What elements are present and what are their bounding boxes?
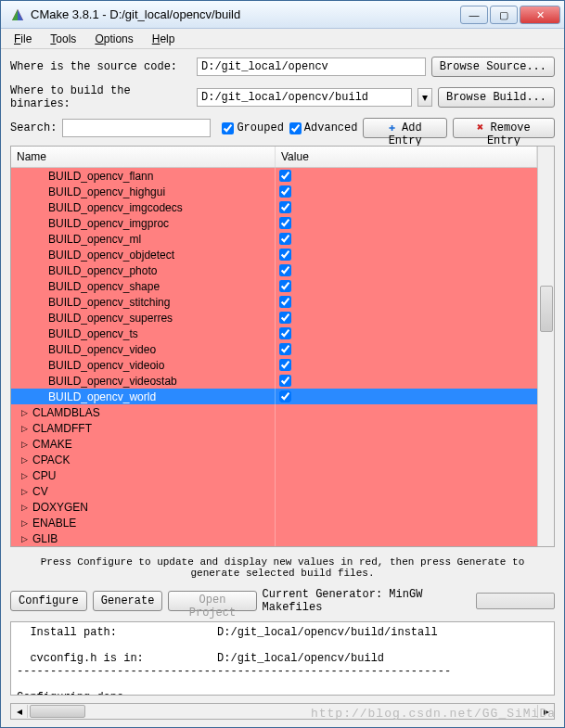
- search-label: Search:: [10, 121, 57, 134]
- table-row[interactable]: BUILD_opencv_shape: [11, 278, 537, 294]
- table-row[interactable]: BUILD_opencv_photo: [11, 262, 537, 278]
- scroll-left-icon[interactable]: ◂: [11, 705, 28, 718]
- option-name: BUILD_opencv_highgui: [11, 184, 276, 199]
- output-log[interactable]: Install path: D:/git_local/opencv/build/…: [10, 621, 555, 696]
- expand-icon[interactable]: ▷: [19, 455, 30, 465]
- table-row[interactable]: BUILD_opencv_videostab: [11, 373, 537, 389]
- table-row[interactable]: BUILD_opencv_objdetect: [11, 247, 537, 262]
- menu-tools[interactable]: Tools: [43, 31, 83, 47]
- option-name: BUILD_opencv_videoio: [11, 357, 276, 373]
- option-value[interactable]: [276, 247, 537, 262]
- x-icon: ✖: [477, 121, 483, 134]
- group-row[interactable]: ▷CPU: [11, 467, 537, 483]
- option-name: BUILD_opencv_ml: [11, 231, 276, 247]
- table-row[interactable]: BUILD_opencv_world: [11, 389, 537, 404]
- group-row[interactable]: ▷CLAMDFFT: [11, 420, 537, 436]
- add-entry-button[interactable]: ✚ Add Entry: [363, 118, 446, 138]
- table-row[interactable]: BUILD_opencv_ts: [11, 326, 537, 341]
- option-value[interactable]: [276, 373, 537, 389]
- option-value[interactable]: [276, 357, 537, 373]
- remove-entry-button[interactable]: ✖ Remove Entry: [453, 118, 555, 138]
- option-value[interactable]: [276, 215, 537, 231]
- option-value[interactable]: [276, 184, 537, 199]
- generate-button[interactable]: Generate: [93, 591, 163, 611]
- group-name: ▷CMAKE: [11, 436, 276, 452]
- table-row[interactable]: BUILD_opencv_imgproc: [11, 215, 537, 231]
- expand-icon[interactable]: ▷: [19, 424, 30, 433]
- close-button[interactable]: ✕: [520, 6, 560, 24]
- search-input[interactable]: [62, 119, 211, 137]
- horizontal-scrollbar[interactable]: ◂ ▸: [10, 703, 555, 720]
- group-name: ▷DOXYGEN: [11, 499, 276, 515]
- open-project-button: Open Project: [168, 591, 256, 611]
- table-row[interactable]: BUILD_opencv_ml: [11, 231, 537, 247]
- expand-icon[interactable]: ▷: [19, 534, 30, 543]
- option-value[interactable]: [276, 231, 537, 247]
- option-value[interactable]: [276, 310, 537, 326]
- option-name: BUILD_opencv_photo: [11, 262, 276, 278]
- option-value[interactable]: [276, 199, 537, 215]
- group-row[interactable]: ▷DOXYGEN: [11, 499, 537, 515]
- table-row[interactable]: BUILD_opencv_imgcodecs: [11, 199, 537, 215]
- option-value[interactable]: [276, 294, 537, 310]
- group-name: ▷CLAMDFFT: [11, 420, 276, 436]
- group-name: ▷CLAMDBLAS: [11, 404, 276, 420]
- table-row[interactable]: BUILD_opencv_flann: [11, 168, 537, 184]
- menu-file[interactable]: File: [6, 31, 39, 47]
- group-row[interactable]: ▷ENABLE: [11, 515, 537, 530]
- option-name: BUILD_opencv_objdetect: [11, 247, 276, 262]
- group-row[interactable]: ▷CV: [11, 483, 537, 499]
- source-input[interactable]: [197, 57, 426, 76]
- group-name: ▷CPU: [11, 467, 276, 483]
- option-name: BUILD_opencv_world: [11, 389, 276, 404]
- config-table: Name Value BUILD_opencv_flannBUILD_openc…: [10, 146, 555, 547]
- menubar: File Tools Options Help: [1, 29, 564, 49]
- expand-icon[interactable]: ▷: [19, 487, 30, 496]
- option-value[interactable]: [276, 389, 537, 404]
- app-icon: [10, 7, 25, 22]
- expand-icon[interactable]: ▷: [19, 471, 30, 480]
- grouped-checkbox[interactable]: Grouped: [222, 121, 283, 134]
- build-dropdown-icon[interactable]: ▾: [417, 88, 432, 107]
- group-name: ▷CV: [11, 483, 276, 499]
- browse-build-button[interactable]: Browse Build...: [438, 87, 555, 108]
- group-row[interactable]: ▷CLAMDBLAS: [11, 404, 537, 420]
- group-name: ▷ENABLE: [11, 515, 276, 530]
- option-value[interactable]: [276, 168, 537, 184]
- option-name: BUILD_opencv_shape: [11, 278, 276, 294]
- option-name: BUILD_opencv_video: [11, 341, 276, 357]
- table-row[interactable]: BUILD_opencv_videoio: [11, 357, 537, 373]
- expand-icon[interactable]: ▷: [19, 518, 30, 528]
- group-row[interactable]: ▷CPACK: [11, 452, 537, 467]
- browse-source-button[interactable]: Browse Source...: [431, 57, 555, 77]
- vertical-scrollbar[interactable]: [537, 147, 554, 546]
- minimize-button[interactable]: —: [460, 6, 488, 24]
- table-row[interactable]: BUILD_opencv_superres: [11, 310, 537, 326]
- table-row[interactable]: BUILD_opencv_stitching: [11, 294, 537, 310]
- expand-icon[interactable]: ▷: [19, 503, 30, 512]
- group-row[interactable]: ▷CMAKE: [11, 436, 537, 452]
- option-value[interactable]: [276, 278, 537, 294]
- option-value[interactable]: [276, 262, 537, 278]
- scroll-right-icon[interactable]: ▸: [537, 705, 554, 718]
- maximize-button[interactable]: ▢: [490, 6, 518, 24]
- table-row[interactable]: BUILD_opencv_highgui: [11, 184, 537, 199]
- generator-label: Current Generator: MinGW Makefiles: [263, 588, 465, 614]
- configure-button[interactable]: Configure: [10, 591, 87, 611]
- expand-icon[interactable]: ▷: [19, 440, 30, 449]
- group-row[interactable]: ▷GLIB: [11, 530, 537, 546]
- option-name: BUILD_opencv_imgproc: [11, 215, 276, 231]
- table-row[interactable]: BUILD_opencv_video: [11, 341, 537, 357]
- menu-options[interactable]: Options: [87, 31, 140, 47]
- col-value[interactable]: Value: [276, 147, 537, 167]
- option-name: BUILD_opencv_videostab: [11, 373, 276, 389]
- plus-icon: ✚: [389, 121, 395, 134]
- advanced-checkbox[interactable]: Advanced: [289, 121, 358, 134]
- col-name[interactable]: Name: [11, 147, 276, 167]
- option-value[interactable]: [276, 341, 537, 357]
- expand-icon[interactable]: ▷: [19, 408, 30, 417]
- option-value[interactable]: [276, 326, 537, 341]
- build-input[interactable]: [197, 88, 412, 107]
- option-name: BUILD_opencv_ts: [11, 326, 276, 341]
- menu-help[interactable]: Help: [145, 31, 183, 47]
